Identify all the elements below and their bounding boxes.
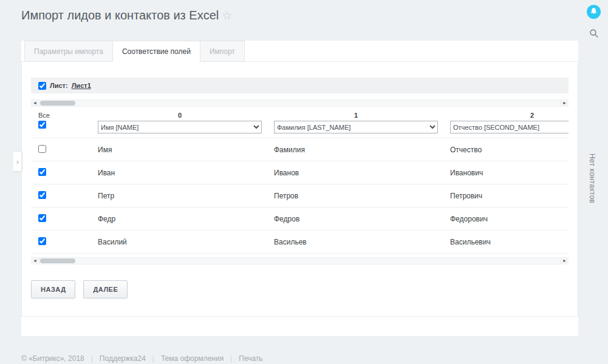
- field-mapping-select-0[interactable]: Имя [NAME]: [98, 121, 262, 133]
- import-card: Параметры импорта Соответствие полей Имп…: [21, 41, 578, 336]
- tab-import-parameters[interactable]: Параметры импорта: [24, 41, 113, 62]
- row-checkbox[interactable]: [38, 145, 46, 153]
- tab-field-mapping[interactable]: Соответствие полей: [112, 41, 200, 62]
- scrollbar-track[interactable]: [39, 257, 561, 265]
- copyright-text: © «Битрикс», 2018: [21, 354, 84, 363]
- table-row: Федр Федров Федорович: [31, 207, 569, 230]
- table-cell: Петр: [92, 192, 268, 200]
- select-all-column: Все: [31, 110, 92, 138]
- table-cell: Федорович: [444, 215, 569, 223]
- table-cell: Васильевич: [444, 238, 569, 246]
- row-checkbox-cell: [31, 144, 92, 155]
- footer-link-theme[interactable]: Тема оформления: [161, 354, 224, 363]
- table-row: Василий Васильев Васильевич: [31, 230, 569, 253]
- column-index: 1: [274, 112, 438, 119]
- scroll-left-arrow-icon[interactable]: ◄: [31, 257, 39, 265]
- footer-separator: |: [152, 354, 154, 363]
- page-header: Импорт лидов и контактов из Excel☆: [0, 0, 608, 41]
- scroll-right-arrow-icon[interactable]: ►: [561, 257, 569, 265]
- sheet-bar: Лист: Лист1: [31, 78, 569, 93]
- right-rail-empty-label: Нет контактов: [588, 153, 596, 203]
- table-cell: Имя: [92, 146, 268, 154]
- row-checkbox-cell: [31, 167, 92, 178]
- table-cell: Иван: [92, 169, 268, 177]
- sheet-label: Лист:: [50, 82, 68, 89]
- tab-content: Лист: Лист1 ◄ ► Все 0: [21, 61, 578, 317]
- row-checkbox[interactable]: [38, 237, 46, 245]
- row-checkbox[interactable]: [38, 214, 46, 222]
- scroll-left-arrow-icon[interactable]: ◄: [31, 99, 39, 107]
- search-icon[interactable]: [589, 29, 599, 38]
- mapping-table-viewport: Все 0 Имя [NAME] 1 Фамилия [LAST_NAME]: [31, 110, 569, 254]
- tab-bar: Параметры импорта Соответствие полей Имп…: [21, 41, 578, 61]
- column-header-0: 0 Имя [NAME]: [92, 110, 268, 138]
- table-cell: Петрович: [444, 192, 569, 200]
- table-cell: Федров: [268, 215, 444, 223]
- table-cell: Федр: [92, 215, 268, 223]
- wizard-buttons: НАЗАД ДАЛЕЕ: [31, 280, 569, 298]
- footer-link-print[interactable]: Печать: [239, 354, 262, 363]
- footer-link-support[interactable]: Поддержка24: [100, 354, 146, 363]
- table-cell: Иванов: [268, 169, 444, 177]
- scrollbar-track[interactable]: [39, 99, 561, 107]
- bell-icon: [590, 7, 598, 18]
- table-cell: Василий: [92, 238, 268, 246]
- mapping-table: Все 0 Имя [NAME] 1 Фамилия [LAST_NAME]: [31, 110, 569, 254]
- field-mapping-select-1[interactable]: Фамилия [LAST_NAME]: [274, 121, 438, 133]
- row-checkbox-cell: [31, 214, 92, 224]
- table-cell: Отчество: [444, 146, 569, 154]
- chevron-right-icon: ›: [16, 157, 19, 166]
- table-header: Все 0 Имя [NAME] 1 Фамилия [LAST_NAME]: [31, 110, 569, 138]
- table-hscroll-top: ◄ ►: [31, 99, 569, 107]
- sheet-name-link[interactable]: Лист1: [72, 82, 91, 89]
- footer-separator: |: [230, 354, 232, 363]
- table-cell: Фамилия: [268, 146, 444, 154]
- select-all-checkbox[interactable]: [38, 121, 46, 129]
- page-title: Импорт лидов и контактов из Excel: [21, 8, 219, 22]
- scroll-right-arrow-icon[interactable]: ►: [561, 99, 569, 107]
- column-index: 0: [98, 112, 262, 119]
- column-header-1: 1 Фамилия [LAST_NAME]: [268, 110, 444, 138]
- column-header-2: 2 Отчество [SECOND_NAME]: [444, 110, 569, 138]
- scrollbar-thumb[interactable]: [40, 101, 75, 106]
- field-mapping-select-2[interactable]: Отчество [SECOND_NAME]: [450, 121, 569, 133]
- back-button[interactable]: НАЗАД: [31, 280, 75, 298]
- table-cell: Петров: [268, 192, 444, 200]
- table-cell: Иванович: [444, 169, 569, 177]
- favorite-star-icon[interactable]: ☆: [222, 9, 232, 22]
- table-cell: Васильев: [268, 238, 444, 246]
- table-row: Петр Петров Петрович: [31, 184, 569, 207]
- scrollbar-thumb[interactable]: [40, 258, 75, 263]
- tab-import[interactable]: Импорт: [200, 41, 245, 62]
- column-index: 2: [450, 112, 569, 119]
- row-checkbox[interactable]: [38, 191, 46, 199]
- table-hscroll-bottom: ◄ ►: [31, 257, 569, 265]
- footer-separator: |: [91, 354, 93, 363]
- row-checkbox-cell: [31, 190, 92, 201]
- table-row: Имя Фамилия Отчество: [31, 138, 569, 161]
- row-checkbox-cell: [31, 237, 92, 248]
- notifications-button[interactable]: [587, 5, 601, 19]
- next-button[interactable]: ДАЛЕЕ: [83, 280, 128, 298]
- sheet-checkbox[interactable]: [38, 82, 46, 90]
- row-checkbox[interactable]: [38, 168, 46, 176]
- footer: © «Битрикс», 2018 | Поддержка24 | Тема о…: [21, 336, 608, 363]
- table-row: Иван Иванов Иванович: [31, 161, 569, 184]
- select-all-label: Все: [38, 112, 92, 119]
